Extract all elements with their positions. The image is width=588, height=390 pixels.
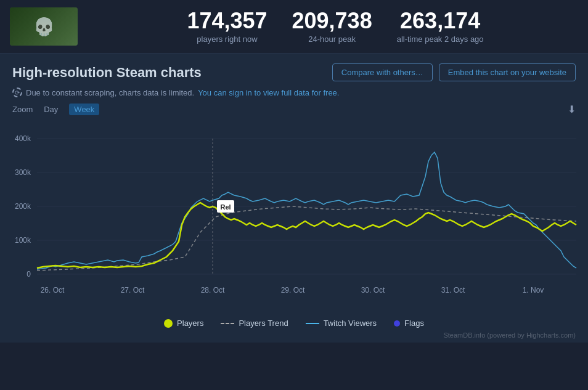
chart-title-row: High-resolution Steam charts Compare wit… [12,63,576,81]
legend-twitch-label: Twitch Viewers [324,319,377,328]
zoom-week-button[interactable]: Week [69,104,99,115]
game-thumbnail: 💀 [10,7,78,46]
chart-container: 400k 300k 200k 100k 0 26. Oct 27. Oct 28… [0,128,588,312]
watermark: SteamDB.info (powered by Highcharts.com) [0,330,588,343]
stat-value-alltime: 263,174 [397,10,484,32]
legend-flags-label: Flags [404,319,424,328]
notice-link[interactable]: You can sign in to view full data for fr… [198,88,339,97]
chart-svg: 400k 300k 200k 100k 0 26. Oct 27. Oct 28… [0,128,588,306]
legend-twitch: Twitch Viewers [306,319,377,328]
chart-svg-wrapper: 400k 300k 200k 100k 0 26. Oct 27. Oct 28… [0,128,588,306]
download-icon[interactable]: ⬇ [568,104,576,115]
stat-24h-peak: 209,738 24-hour peak [292,10,372,44]
stat-current-players: 174,357 players right now [187,10,267,44]
svg-text:300k: 300k [15,168,31,177]
notice-text: Due to constant scraping, charts data is… [26,88,194,97]
header-bar: 💀 174,357 players right now 209,738 24-h… [0,0,588,54]
svg-text:29. Oct: 29. Oct [281,286,305,295]
svg-text:26. Oct: 26. Oct [41,286,65,295]
legend-players-label: Players [177,319,203,328]
chart-section: High-resolution Steam charts Compare wit… [0,54,588,128]
notice-row: ⟳ Due to constant scraping, charts data … [12,87,576,97]
stat-label-alltime: all-time peak 2 days ago [397,35,484,44]
legend-players-icon [164,319,173,328]
svg-text:Rel: Rel [220,203,231,211]
watermark-text: SteamDB.info (powered by Highcharts.com) [443,331,576,339]
notice-icon: ⟳ [12,87,22,97]
stat-label-24h: 24-hour peak [292,35,372,44]
svg-text:27. Oct: 27. Oct [121,286,145,295]
compare-button[interactable]: Compare with others… [332,63,433,81]
chart-title: High-resolution Steam charts [12,65,202,81]
svg-text:31. Oct: 31. Oct [441,286,465,295]
thumb-icon: 💀 [10,7,78,46]
chart-buttons: Compare with others… Embed this chart on… [332,63,576,81]
stats-group: 174,357 players right now 209,738 24-hou… [92,10,578,44]
zoom-day-button[interactable]: Day [39,104,63,115]
svg-text:400k: 400k [15,134,31,143]
legend: Players Players Trend Twitch Viewers Fla… [0,312,588,330]
svg-text:30. Oct: 30. Oct [361,286,385,295]
embed-button[interactable]: Embed this chart on your website [439,63,576,81]
legend-trend-label: Players Trend [239,319,288,328]
legend-twitch-icon [306,323,319,324]
stat-value-24h: 209,738 [292,10,372,32]
legend-flags: Flags [394,319,424,328]
svg-text:28. Oct: 28. Oct [201,286,225,295]
svg-text:100k: 100k [15,236,31,245]
svg-text:200k: 200k [15,202,31,211]
zoom-row: Zoom Day Week ⬇ [12,104,576,115]
stat-alltime-peak: 263,174 all-time peak 2 days ago [397,10,484,44]
svg-text:0: 0 [27,270,31,278]
legend-trend-icon [221,323,234,324]
svg-text:1. Nov: 1. Nov [523,286,544,295]
stat-value-current: 174,357 [187,10,267,32]
legend-flags-icon [394,320,400,327]
zoom-label: Zoom [12,105,33,114]
legend-players: Players [164,319,203,328]
stat-label-current: players right now [187,35,267,44]
legend-trend: Players Trend [221,319,288,328]
